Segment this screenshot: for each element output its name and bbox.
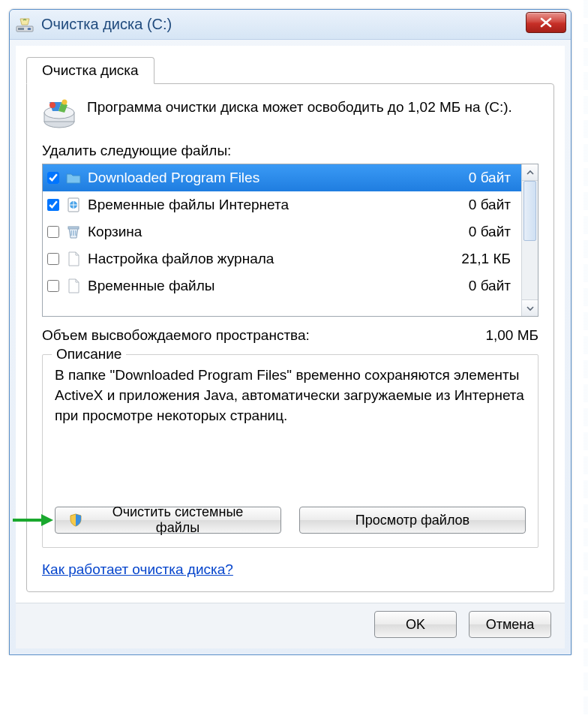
file-size: 0 байт	[469, 170, 515, 186]
file-size: 0 байт	[469, 197, 515, 213]
tab-disk-cleanup[interactable]: Очистка диска	[26, 57, 154, 84]
ok-button[interactable]: OK	[374, 611, 457, 638]
file-checkbox[interactable]	[47, 280, 59, 292]
help-link[interactable]: Как работает очистка диска?	[42, 561, 233, 578]
disk-cleanup-title-icon	[16, 17, 34, 32]
total-label: Объем высвобождаемого пространства:	[42, 327, 310, 344]
file-row[interactable]: Временные файлы0 байт	[43, 272, 521, 299]
scroll-down-button[interactable]	[522, 299, 538, 316]
view-files-button[interactable]: Просмотр файлов	[299, 507, 526, 534]
cancel-button[interactable]: Отмена	[469, 611, 551, 638]
tab-strip: Очистка диска	[16, 46, 565, 83]
close-icon	[539, 17, 553, 28]
description-text: В папке "Downloaded Program Files" време…	[55, 366, 526, 493]
page-globe-icon	[65, 197, 82, 213]
description-group: Описание В папке "Downloaded Program Fil…	[42, 354, 538, 548]
page-icon	[65, 251, 82, 267]
file-row[interactable]: Корзина0 байт	[43, 218, 521, 245]
green-arrow-annotation	[13, 510, 55, 531]
scrollbar-track[interactable]	[522, 181, 538, 299]
page-icon	[65, 278, 82, 294]
clean-system-files-button[interactable]: Очистить системные файлы	[55, 507, 281, 534]
scrollbar[interactable]	[521, 164, 538, 316]
file-size: 21,1 КБ	[461, 251, 515, 267]
file-name: Настройка файлов журнала	[88, 251, 455, 267]
dialog-footer: OK Отмена	[16, 603, 565, 648]
file-row[interactable]: Downloaded Program Files0 байт	[43, 164, 521, 191]
svg-point-2	[28, 28, 32, 30]
file-checkbox[interactable]	[47, 253, 59, 265]
files-label: Удалить следующие файлы:	[42, 143, 538, 159]
file-name: Корзина	[88, 224, 463, 240]
disk-cleanup-window: Очистка диска (C:) Очистка диска	[9, 9, 572, 655]
close-button[interactable]	[526, 12, 566, 33]
cancel-label: Отмена	[486, 617, 535, 633]
svg-point-6	[50, 102, 56, 108]
description-legend: Описание	[52, 346, 126, 363]
file-checkbox[interactable]	[47, 199, 59, 211]
file-name: Временные файлы Интернета	[88, 197, 463, 213]
title-bar[interactable]: Очистка диска (C:)	[10, 10, 571, 40]
shield-icon	[69, 513, 82, 527]
file-row[interactable]: Настройка файлов журнала21,1 КБ	[43, 245, 521, 272]
folder-blue-icon	[65, 170, 82, 186]
recycle-bin-icon	[65, 224, 82, 240]
chevron-up-icon	[526, 170, 534, 176]
svg-point-7	[62, 100, 68, 105]
file-name: Временные файлы	[88, 278, 463, 294]
file-size: 0 байт	[469, 278, 515, 294]
svg-rect-10	[68, 227, 79, 229]
file-row[interactable]: Временные файлы Интернета0 байт	[43, 191, 521, 218]
file-size: 0 байт	[469, 224, 515, 240]
view-files-label: Просмотр файлов	[356, 513, 470, 528]
file-name: Downloaded Program Files	[88, 170, 463, 186]
file-checkbox[interactable]	[47, 226, 59, 238]
chevron-down-icon	[526, 305, 534, 311]
window-content: Очистка диска Программа очистки диска мо…	[16, 46, 565, 648]
file-checkbox[interactable]	[47, 172, 59, 184]
window-title: Очистка диска (C:)	[41, 16, 172, 33]
clean-system-files-label: Очистить системные файлы	[88, 504, 267, 536]
total-value: 1,00 МБ	[485, 327, 538, 344]
summary-text: Программа очистки диска может освободить…	[87, 98, 512, 117]
disk-cleanup-icon	[42, 98, 76, 129]
scroll-up-button[interactable]	[522, 164, 538, 181]
tab-panel: Программа очистки диска может освободить…	[26, 83, 554, 592]
ok-label: OK	[406, 617, 425, 633]
total-row: Объем высвобождаемого пространства: 1,00…	[42, 327, 538, 344]
svg-rect-1	[18, 28, 24, 30]
scrollbar-thumb[interactable]	[524, 181, 536, 241]
file-list: Downloaded Program Files0 байтВременные …	[42, 164, 538, 317]
summary-row: Программа очистки диска может освободить…	[42, 98, 538, 129]
